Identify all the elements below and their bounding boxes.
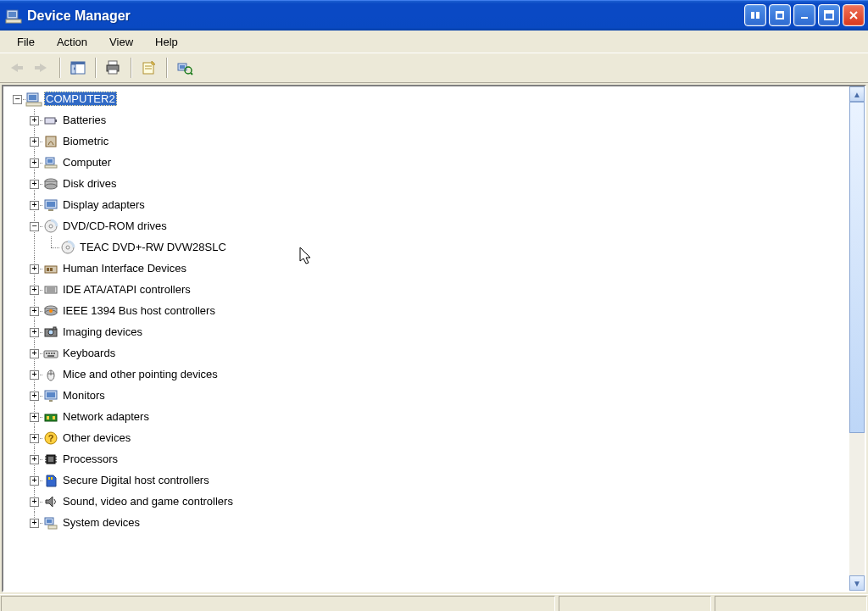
tree-node-label[interactable]: Computer	[61, 155, 113, 169]
scroll-up-button[interactable]: ▲	[849, 86, 865, 102]
tree-expander[interactable]: +	[30, 137, 39, 147]
tree-node-row[interactable]: +IDE ATA/ATAPI controllers	[8, 279, 849, 300]
tree-expander[interactable]: +	[30, 349, 39, 358]
tree-node-label[interactable]: Batteries	[61, 113, 108, 127]
tree-node-row[interactable]: +Human Interface Devices	[8, 258, 849, 279]
scroll-down-button[interactable]: ▼	[849, 575, 865, 591]
svg-text:?: ?	[48, 433, 54, 443]
tree-node-row[interactable]: +Batteries	[8, 109, 849, 131]
tree-expander[interactable]: +	[30, 455, 39, 464]
maximize-button[interactable]	[818, 4, 840, 26]
tree-node-label[interactable]: Disk drives	[61, 176, 119, 191]
tree-node-label[interactable]: Mice and other pointing devices	[61, 367, 220, 381]
tree-expander[interactable]: +	[30, 328, 39, 337]
tree-expander[interactable]: +	[30, 497, 39, 507]
tree-expander[interactable]: +	[30, 434, 39, 443]
tree-expander[interactable]: +	[30, 158, 39, 168]
toolbar-back-button[interactable]	[5, 56, 29, 80]
svg-rect-4	[756, 12, 760, 19]
tree-node-label[interactable]: IEEE 1394 Bus host controllers	[61, 303, 217, 318]
tree-node-label[interactable]: IDE ATA/ATAPI controllers	[61, 282, 192, 297]
tree-expander[interactable]: −	[13, 95, 22, 104]
caption-extra1-button[interactable]	[744, 4, 766, 26]
tree-node-row[interactable]: +Biometric	[8, 131, 849, 152]
toolbar-properties-button[interactable]	[137, 56, 161, 80]
tree-child-row[interactable]: TEAC DVD+-RW DVW28SLC	[8, 236, 849, 258]
toolbar-separator	[131, 58, 132, 78]
tree-node-label[interactable]: Processors	[61, 452, 120, 466]
device-tree[interactable]: −COMPUTER2+Batteries+Biometric+Computer+…	[3, 86, 849, 591]
vertical-scrollbar[interactable]: ▲ ▼	[849, 86, 865, 591]
tree-node-row[interactable]: +Display adapters	[8, 194, 849, 215]
menu-file[interactable]: File	[7, 33, 45, 51]
tree-node-row[interactable]: +Keyboards	[8, 342, 849, 364]
tree-connector: +	[25, 364, 42, 385]
menu-view[interactable]: View	[99, 33, 143, 51]
minimize-button[interactable]	[793, 4, 815, 26]
tree-node-label[interactable]: System devices	[61, 515, 142, 530]
menu-help[interactable]: Help	[145, 33, 188, 51]
tree-expander[interactable]: +	[30, 307, 39, 316]
svg-rect-9	[825, 11, 833, 14]
tree-node-row[interactable]: −DVD/CD-ROM drives	[8, 215, 849, 236]
scroll-thumb[interactable]	[849, 102, 865, 433]
toolbar-print-button[interactable]	[102, 56, 125, 80]
tree-node-row[interactable]: +Network adapters	[8, 406, 849, 427]
tree-node-label[interactable]: Biometric	[61, 134, 110, 148]
scroll-track[interactable]	[849, 102, 865, 575]
tree-expander[interactable]: +	[30, 180, 39, 189]
tree-connector	[8, 300, 25, 321]
svg-rect-26	[180, 65, 185, 69]
tree-node-label[interactable]: Display adapters	[61, 197, 147, 212]
monitor-icon	[42, 387, 59, 404]
tree-node-row[interactable]: +Disk drives	[8, 173, 849, 194]
tree-root-label[interactable]: COMPUTER2	[44, 92, 117, 106]
tree-expander[interactable]: +	[30, 264, 39, 274]
tree-node-label[interactable]: DVD/CD-ROM drives	[61, 219, 169, 233]
tree-expander[interactable]: +	[30, 370, 39, 380]
tree-expander[interactable]: +	[30, 116, 39, 125]
caption-extra2-button[interactable]	[769, 4, 791, 26]
tree-expander[interactable]: +	[30, 201, 39, 210]
toolbar	[0, 53, 868, 83]
toolbar-scan-hardware-button[interactable]	[173, 56, 197, 80]
tree-node-label[interactable]: Other devices	[61, 430, 132, 445]
tree-node-row[interactable]: +Computer	[8, 152, 849, 173]
tree-node-row[interactable]: +Secure Digital host controllers	[8, 469, 849, 491]
tree-expander[interactable]: +	[30, 413, 39, 422]
tree-connector: +	[25, 258, 42, 279]
tree-node-row[interactable]: +IEEE 1394 Bus host controllers	[8, 300, 849, 321]
tree-connector: +	[25, 448, 42, 469]
tree-expander[interactable]: +	[30, 286, 39, 295]
tree-node-row[interactable]: +Mice and other pointing devices	[8, 364, 849, 385]
tree-child-label[interactable]: TEAC DVD+-RW DVW28SLC	[78, 240, 228, 254]
tree-node-label[interactable]: Human Interface Devices	[61, 261, 188, 275]
toolbar-console-tree-button[interactable]	[66, 56, 90, 80]
battery-icon	[42, 112, 59, 129]
tree-node-label[interactable]: Sound, video and game controllers	[61, 494, 235, 508]
tree-node-label[interactable]: Monitors	[61, 388, 107, 403]
tree-node-row[interactable]: +Monitors	[8, 385, 849, 406]
tree-node-label[interactable]: Network adapters	[61, 409, 151, 424]
svg-point-40	[45, 184, 57, 189]
tree-node-label[interactable]: Secure Digital host controllers	[61, 473, 211, 487]
tree-connector: +	[25, 469, 42, 491]
tree-node-row[interactable]: +System devices	[8, 512, 849, 533]
tree-expander[interactable]: +	[30, 519, 39, 528]
tree-node-row[interactable]: +Imaging devices	[8, 321, 849, 342]
toolbar-forward-button[interactable]	[31, 56, 54, 80]
svg-marker-12	[11, 64, 23, 72]
tree-node-row[interactable]: +Processors	[8, 448, 849, 469]
tree-expander[interactable]: +	[30, 476, 39, 486]
tree-node-label[interactable]: Imaging devices	[61, 325, 144, 339]
tree-root-row[interactable]: −COMPUTER2	[8, 88, 849, 109]
close-button[interactable]	[843, 4, 865, 26]
tree-node-row[interactable]: +Sound, video and game controllers	[8, 491, 849, 512]
tree-connector	[8, 491, 25, 512]
menu-action[interactable]: Action	[47, 33, 97, 51]
status-pane-main	[1, 596, 555, 611]
tree-expander[interactable]: −	[30, 222, 39, 231]
tree-node-row[interactable]: +?Other devices	[8, 427, 849, 448]
tree-node-label[interactable]: Keyboards	[61, 346, 117, 360]
tree-expander[interactable]: +	[30, 392, 39, 401]
